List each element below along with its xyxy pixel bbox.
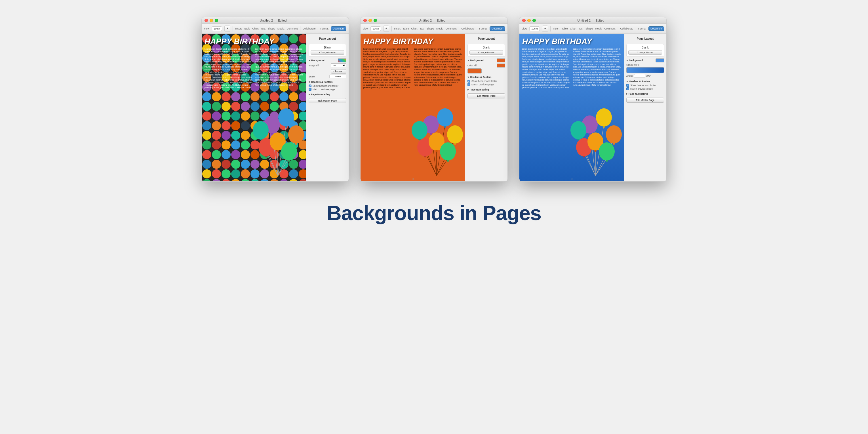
background-header-2[interactable]: Background [467, 58, 505, 62]
table-label-1[interactable]: Table [244, 27, 250, 30]
svg-point-213 [435, 150, 438, 152]
format-label-1[interactable]: Format [320, 27, 329, 30]
match-prev-check-2[interactable]: ✓ [467, 83, 470, 86]
text-label-2[interactable]: Text [420, 27, 424, 30]
change-master-btn-3[interactable]: Change Master [628, 50, 662, 55]
match-prev-check-1[interactable]: ✓ [309, 88, 311, 91]
page-area-3: HAPPY BIRTHDAY Lorem ipsum dolor sit ame… [519, 34, 624, 181]
bg-label-3: Background [629, 59, 643, 62]
sep-1 [232, 26, 233, 31]
hf-header-1[interactable]: Headers & Footers [309, 81, 346, 83]
zoom-control-3[interactable]: 106% [529, 26, 540, 31]
media-label-2[interactable]: Media [436, 27, 443, 30]
collaborate-label-2[interactable]: Collaborate [461, 27, 474, 30]
edit-master-btn-2[interactable]: Edit Master Page [467, 93, 505, 98]
insert-label-2[interactable]: Insert [394, 27, 401, 30]
table-label-3[interactable]: Table [562, 27, 568, 30]
choose-btn-1[interactable]: Choose... [331, 69, 346, 74]
edit-master-btn-3[interactable]: Edit Master Page [626, 98, 664, 103]
hf-section-2: Headers & Footers ✓ Show header and foot… [467, 76, 505, 86]
insert-label-1[interactable]: Insert [235, 27, 242, 30]
show-header-check-1[interactable]: ✓ [309, 85, 311, 87]
scale-input-1[interactable] [329, 74, 346, 78]
collaborate-label-1[interactable]: Collaborate [302, 27, 315, 30]
hf-header-2[interactable]: Headers & Footers [467, 76, 505, 79]
image-fill-select-1[interactable]: Tile Stretch Fit [331, 64, 346, 67]
view-label-1[interactable]: View [204, 27, 209, 30]
comment-label-3[interactable]: Comment [604, 27, 616, 30]
add-page-btn-2[interactable]: + [383, 26, 389, 32]
window-content-2: HAPPY BIRTHDAY Lorem ipsum dolor sit ame… [361, 34, 507, 181]
angle-input-3[interactable] [634, 74, 645, 78]
orange-swatch-2[interactable] [467, 68, 482, 73]
format-label-3[interactable]: Format [638, 27, 646, 30]
color-fill-swatch-2[interactable] [497, 64, 505, 67]
view-label-3[interactable]: View [522, 27, 527, 30]
zoom-control-1[interactable]: 106% [212, 26, 222, 31]
bg-color-2 [497, 58, 505, 62]
show-header-check-3[interactable]: ✓ [626, 84, 629, 87]
maximize-button-2[interactable] [374, 19, 377, 22]
main-title: Backgrounds in Pages [327, 202, 541, 225]
media-label-1[interactable]: Media [277, 27, 284, 30]
hf-chevron-3 [626, 81, 628, 82]
change-master-btn-2[interactable]: Change Master [469, 50, 503, 55]
insert-label-3[interactable]: Insert [553, 27, 559, 30]
window-title-1: Untitled 2 — Edited — [260, 19, 291, 22]
format-label-2[interactable]: Format [479, 27, 487, 30]
chart-label-1[interactable]: Chart [252, 27, 258, 30]
master-section-1: Blank Change Master [309, 44, 346, 57]
document-label-3[interactable]: Document [648, 26, 664, 31]
collaborate-label-3[interactable]: Collaborate [620, 27, 633, 30]
svg-point-192 [277, 150, 279, 152]
minimize-button-1[interactable] [210, 19, 213, 22]
pn-header-3[interactable]: Page Numbering [626, 92, 664, 95]
pn-header-2[interactable]: Page Numbering [467, 88, 505, 91]
comment-label-2[interactable]: Comment [446, 27, 457, 30]
minimize-button-2[interactable] [369, 19, 372, 22]
shape-label-1[interactable]: Shape [268, 27, 275, 30]
chart-label-3[interactable]: Chart [570, 27, 576, 30]
comment-label-1[interactable]: Comment [287, 27, 298, 30]
close-button-3[interactable] [522, 19, 526, 22]
document-label-2[interactable]: Document [490, 26, 505, 31]
edit-master-btn-1[interactable]: Edit Master Page [309, 98, 346, 103]
table-label-2[interactable]: Table [403, 27, 409, 30]
master-blank-1: Blank [311, 46, 344, 49]
close-button-2[interactable] [363, 19, 367, 22]
traffic-lights-3 [522, 19, 536, 22]
background-header-3[interactable]: Background [626, 58, 664, 62]
sep-6 [477, 26, 477, 31]
color-fill-label-2: Color Fill [467, 64, 477, 67]
zoom-control-2[interactable]: 106% [370, 26, 381, 31]
text-label-1[interactable]: Text [261, 27, 266, 30]
match-prev-row-1: ✓ Match previous page [309, 88, 346, 91]
minimize-button-3[interactable] [527, 19, 531, 22]
match-prev-check-3[interactable]: ✓ [626, 87, 629, 90]
shape-label-3[interactable]: Shape [586, 27, 593, 30]
shape-label-2[interactable]: Shape [427, 27, 434, 30]
show-header-check-2[interactable]: ✓ [467, 80, 470, 83]
media-label-3[interactable]: Media [595, 27, 602, 30]
angle-row-3: Angle: 270° [626, 74, 664, 78]
window-content-3: HAPPY BIRTHDAY Lorem ipsum dolor sit ame… [519, 34, 666, 181]
right-panel-3: Page Layout Blank Change Master Backgrou… [624, 34, 666, 181]
text-label-3[interactable]: Text [578, 27, 583, 30]
image-fill-row-1: Image Fill Tile Stretch Fit [309, 64, 346, 67]
maximize-button-3[interactable] [532, 19, 536, 22]
maximize-button-1[interactable] [215, 19, 218, 22]
gradient-preview-3[interactable] [626, 67, 664, 73]
view-label-2[interactable]: View [363, 27, 368, 30]
add-page-btn-3[interactable]: + [542, 26, 548, 32]
hf-header-3[interactable]: Headers & Footers [626, 80, 664, 83]
document-label-1[interactable]: Document [331, 26, 346, 31]
add-page-btn-1[interactable]: + [224, 26, 230, 32]
pn-header-1[interactable]: Page Numbering [309, 93, 346, 96]
scale-label-1: Scale [309, 75, 315, 78]
traffic-lights-1 [205, 19, 218, 22]
svg-point-218 [418, 139, 421, 141]
chart-label-2[interactable]: Chart [411, 27, 417, 30]
change-master-btn-1[interactable]: Change Master [311, 50, 344, 55]
close-button-1[interactable] [205, 19, 208, 22]
background-header-1[interactable]: Background [309, 58, 346, 62]
